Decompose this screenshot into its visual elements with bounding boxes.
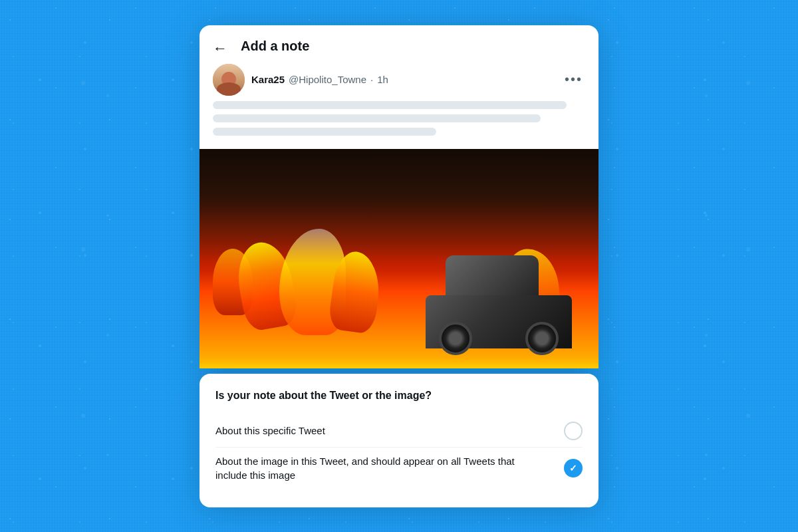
option-tweet-label: About this specific Tweet bbox=[215, 424, 325, 438]
user-info: Kara25 @Hipolito_Towne · 1h bbox=[251, 74, 555, 85]
text-line-1 bbox=[213, 101, 567, 109]
car-wheel-left bbox=[439, 322, 472, 355]
separator: · bbox=[370, 74, 373, 85]
back-button[interactable]: ← bbox=[213, 40, 227, 57]
tweet-image bbox=[200, 149, 598, 368]
user-handle: @Hipolito_Towne bbox=[289, 74, 366, 85]
option-image-row[interactable]: About the image in this Tweet, and shoul… bbox=[215, 448, 583, 489]
option-image-radio[interactable] bbox=[564, 459, 583, 477]
tweet-time: 1h bbox=[377, 74, 388, 85]
tweet-header: ← Add a note bbox=[200, 25, 598, 64]
car-silhouette bbox=[426, 255, 572, 348]
text-line-2 bbox=[213, 114, 541, 122]
fire-scene bbox=[200, 149, 598, 368]
main-container: ← Add a note Kara25 @Hipolito_Towne · 1h… bbox=[200, 25, 598, 507]
car-wheel-right bbox=[525, 322, 559, 355]
user-name-row: Kara25 @Hipolito_Towne · 1h bbox=[251, 74, 555, 85]
page-title: Add a note bbox=[241, 39, 585, 54]
username: Kara25 bbox=[251, 74, 285, 85]
avatar-image bbox=[213, 64, 245, 96]
note-options-card: Is your note about the Tweet or the imag… bbox=[200, 374, 598, 507]
option-image-label: About the image in this Tweet, and shoul… bbox=[215, 454, 527, 482]
tweet-body: Kara25 @Hipolito_Towne · 1h ••• bbox=[200, 64, 598, 149]
option-tweet-radio[interactable] bbox=[564, 422, 583, 440]
option-tweet-row[interactable]: About this specific Tweet bbox=[215, 415, 583, 448]
question-label: Is your note about the Tweet or the imag… bbox=[215, 390, 583, 402]
text-line-3 bbox=[213, 128, 436, 136]
tweet-card: ← Add a note Kara25 @Hipolito_Towne · 1h… bbox=[200, 25, 598, 368]
tweet-text-placeholder bbox=[213, 101, 585, 141]
avatar bbox=[213, 64, 245, 96]
tweet-user-row: Kara25 @Hipolito_Towne · 1h ••• bbox=[213, 64, 585, 96]
more-options-button[interactable]: ••• bbox=[562, 69, 585, 90]
